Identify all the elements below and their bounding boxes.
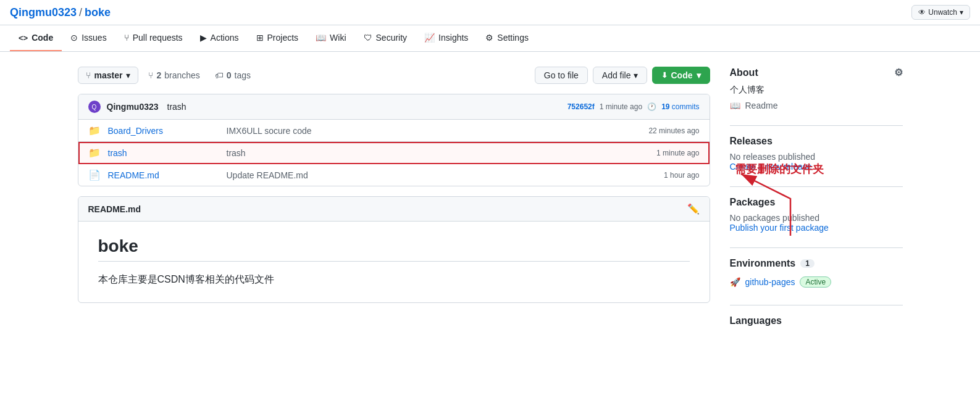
tab-security[interactable]: 🛡 Security — [355, 25, 416, 51]
sidebar-releases: Releases No releases published Create a … — [730, 136, 903, 172]
actions-tab-icon: ▶ — [200, 33, 207, 43]
readme-description: 本仓库主要是CSDN博客相关的代码文件 — [98, 272, 690, 288]
file-name-trash[interactable]: trash — [108, 148, 219, 158]
projects-tab-icon: ⊞ — [256, 33, 264, 43]
commits-link[interactable]: 19 commits — [661, 102, 699, 111]
readme-title: README.md — [88, 204, 141, 214]
environments-header: Environments 1 — [730, 258, 903, 269]
tag-icon: 🏷 — [215, 70, 224, 80]
tab-code[interactable]: <> Code — [10, 25, 62, 51]
file-name-readme[interactable]: README.md — [108, 170, 219, 180]
add-file-label: Add file — [602, 70, 631, 80]
commit-hash[interactable]: 752652f — [567, 102, 595, 111]
commit-time: 1 minute ago — [600, 102, 642, 111]
tab-projects[interactable]: ⊞ Projects — [248, 25, 308, 51]
code-btn-label: Code — [671, 70, 693, 80]
tags-link[interactable]: 🏷 0 tags — [210, 67, 256, 83]
file-time-readme: 1 hour ago — [664, 171, 699, 180]
environments-title: Environments — [730, 258, 796, 269]
security-tab-icon: 🛡 — [364, 33, 372, 43]
tab-issues-label: Issues — [82, 33, 106, 43]
chevron-down-icon: ▾ — [960, 8, 963, 17]
add-file-button[interactable]: Add file ▾ — [593, 67, 647, 84]
table-row-trash: 📁 trash trash 1 minute ago — [78, 142, 710, 164]
code-btn-chevron-icon: ▾ — [697, 70, 701, 80]
commits-label: commits — [672, 102, 700, 111]
readme-heading: boke — [98, 236, 690, 262]
tab-issues[interactable]: ⊙ Issues — [62, 25, 115, 51]
unwatch-button[interactable]: 👁 Unwatch ▾ — [911, 5, 970, 20]
book-icon: 📖 — [730, 101, 740, 110]
tab-insights-label: Insights — [438, 33, 468, 43]
tab-actions-label: Actions — [211, 33, 239, 43]
packages-title: Packages — [730, 197, 903, 208]
repo-toolbar: ⑂ master ▾ ⑂ 2 branches 🏷 0 tags Go to f… — [78, 67, 710, 84]
file-commit-readme: Update README.md — [227, 170, 657, 180]
folder-icon-trash: 📁 — [88, 147, 101, 159]
file-commit-board-drivers: IMX6ULL socure code — [227, 126, 642, 136]
tab-settings[interactable]: ⚙ Settings — [477, 25, 537, 51]
sidebar-divider-4 — [730, 305, 903, 305]
env-name-link[interactable]: github-pages — [745, 277, 795, 287]
download-icon: ⬇ — [661, 71, 668, 80]
sidebar-divider-2 — [730, 186, 903, 187]
tab-wiki[interactable]: 📖 Wiki — [307, 25, 354, 51]
languages-title: Languages — [730, 315, 903, 326]
nav-tabs: <> Code ⊙ Issues ⑂ Pull requests ▶ Actio… — [0, 25, 980, 52]
file-commit-trash: trash — [227, 148, 650, 158]
tags-label: tags — [235, 70, 251, 80]
main-content: ⑂ master ▾ ⑂ 2 branches 🏷 0 tags Go to f… — [58, 52, 923, 346]
commit-user[interactable]: Qingmu0323 — [107, 102, 159, 112]
branches-link[interactable]: ⑂ 2 branches — [143, 67, 204, 83]
toolbar-right: Go to file Add file ▾ ⬇ Code ▾ — [535, 67, 710, 84]
table-row-readme: 📄 README.md Update README.md 1 hour ago — [78, 164, 710, 186]
edit-icon[interactable]: ✏️ — [687, 203, 700, 215]
about-description: 个人博客 — [730, 85, 903, 96]
readme-header: README.md ✏️ — [78, 197, 710, 222]
environments-count: 1 — [800, 259, 815, 268]
tab-code-label: Code — [31, 33, 53, 43]
rocket-icon: 🚀 — [730, 277, 740, 287]
sidebar-languages: Languages — [730, 315, 903, 326]
releases-title: Releases — [730, 136, 903, 147]
repo-slash: / — [79, 6, 82, 19]
file-time-trash: 1 minute ago — [656, 149, 699, 157]
create-release-link[interactable]: Create a new release — [730, 162, 812, 172]
tags-count: 0 — [227, 70, 232, 80]
add-file-chevron-icon: ▾ — [634, 70, 638, 80]
unwatch-label: Unwatch — [928, 8, 957, 17]
top-bar: Qingmu0323 / boke 👁 Unwatch ▾ — [0, 0, 980, 25]
pullrequest-tab-icon: ⑂ — [124, 33, 129, 43]
file-name-board-drivers[interactable]: Board_Drivers — [108, 126, 219, 136]
tab-wiki-label: Wiki — [330, 33, 346, 43]
publish-package-link[interactable]: Publish your first package — [730, 223, 829, 233]
repo-title: Qingmu0323 / boke — [10, 6, 111, 19]
branch-selector[interactable]: ⑂ master ▾ — [78, 67, 139, 84]
sidebar-environments: Environments 1 🚀 github-pages Active — [730, 258, 903, 290]
repo-content: ⑂ master ▾ ⑂ 2 branches 🏷 0 tags Go to f… — [78, 67, 710, 331]
tab-actions[interactable]: ▶ Actions — [191, 25, 248, 51]
tab-insights[interactable]: 📈 Insights — [416, 25, 477, 51]
sidebar-packages: Packages No packages published Publish y… — [730, 197, 903, 233]
gear-icon[interactable]: ⚙ — [894, 67, 903, 78]
tab-pullrequests[interactable]: ⑂ Pull requests — [115, 25, 191, 51]
branches-count: 2 — [156, 70, 161, 80]
sidebar-divider-1 — [730, 125, 903, 126]
sidebar-about-header: About ⚙ — [730, 67, 903, 78]
file-table-wrapper: Q Qingmu0323 trash 752652f 1 minute ago … — [78, 94, 710, 186]
eye-icon: 👁 — [918, 8, 926, 17]
releases-none: No releases published — [730, 152, 903, 162]
commit-header: Q Qingmu0323 trash 752652f 1 minute ago … — [78, 94, 710, 120]
packages-none: No packages published — [730, 213, 903, 223]
tab-projects-label: Projects — [267, 33, 299, 43]
tab-security-label: Security — [376, 33, 408, 43]
branch-count-icon: ⑂ — [148, 70, 153, 80]
code-button[interactable]: ⬇ Code ▾ — [652, 67, 710, 84]
readme-link[interactable]: 📖 Readme — [730, 101, 903, 110]
commit-message: trash — [167, 102, 186, 112]
code-tab-icon: <> — [19, 33, 28, 43]
wiki-tab-icon: 📖 — [316, 33, 326, 43]
repo-owner[interactable]: Qingmu0323 — [10, 6, 77, 19]
repo-name[interactable]: boke — [85, 6, 111, 19]
goto-file-button[interactable]: Go to file — [535, 67, 588, 84]
